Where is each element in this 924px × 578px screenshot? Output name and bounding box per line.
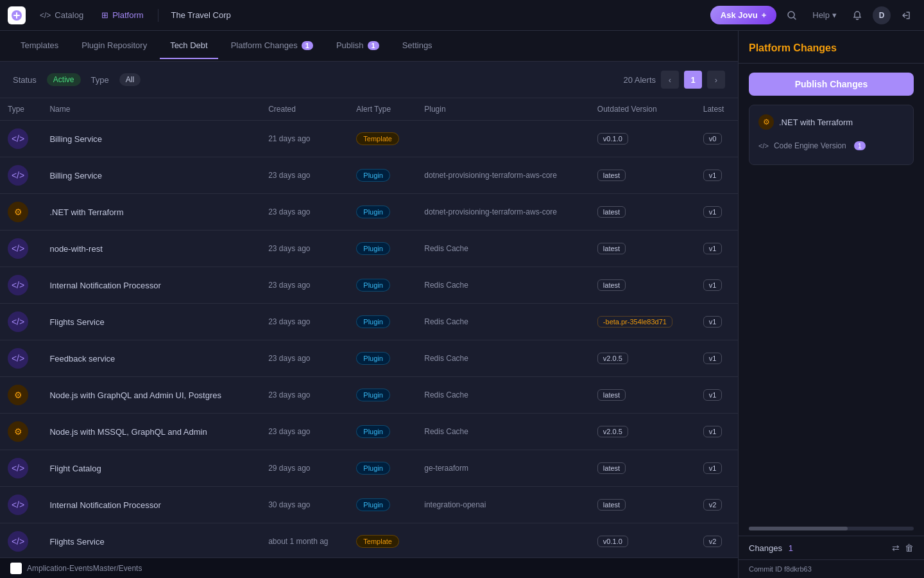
type-icon: </> — [8, 165, 28, 186]
type-label: Type — [91, 75, 109, 85]
amplication-logo — [10, 563, 22, 574]
tab-publish[interactable]: Publish 1 — [326, 33, 389, 59]
col-type: Type — [0, 98, 42, 121]
type-icon: </> — [8, 531, 28, 552]
plugin-cell: ge-teraaform — [416, 450, 590, 487]
alert-type-badge: Plugin — [356, 389, 390, 401]
name-cell: .NET with Terraform — [42, 194, 261, 231]
plugin-cell: Redis Cache — [416, 414, 590, 450]
table-row[interactable]: ⚙Node.js with MSSQL, GraphQL and Admin23… — [0, 414, 738, 450]
tab-settings[interactable]: Settings — [392, 33, 443, 59]
table-row[interactable]: </>node-with-rest23 days agoPluginRedis … — [0, 231, 738, 267]
delete-icon[interactable]: 🗑 — [905, 543, 914, 553]
outdated-version-badge: latest — [597, 206, 626, 218]
plugin-cell: Redis Cache — [416, 340, 590, 377]
name-cell: Billing Service — [42, 121, 261, 157]
status-bar: Amplication-EventsMaster/Events — [0, 557, 738, 578]
name-cell: Node.js with GraphQL and Admin UI, Postg… — [42, 377, 261, 414]
panel-footer-actions: ⇄ 🗑 — [892, 543, 914, 553]
logo[interactable] — [8, 6, 26, 24]
panel-item-name: .NET with Terraform — [779, 118, 853, 127]
outdated-version-badge: latest — [597, 279, 626, 291]
alerts-table: Type Name Created Alert Type Plugin Outd… — [0, 98, 738, 557]
table-row[interactable]: </>Flights Serviceabout 1 month agTempla… — [0, 523, 738, 558]
catalog-label: Catalog — [55, 10, 83, 20]
outdated-version-badge: v2.0.5 — [597, 353, 628, 364]
col-created: Created — [261, 98, 348, 121]
table-row[interactable]: ⚙.NET with Terraform23 days agoPlugindot… — [0, 194, 738, 231]
created-cell: 23 days ago — [261, 414, 348, 450]
help-button[interactable]: Help ▾ — [807, 7, 842, 23]
sync-icon[interactable]: ⇄ — [892, 543, 900, 553]
col-plugin: Plugin — [416, 98, 590, 121]
outdated-version-badge: v0.1.0 — [597, 133, 628, 144]
tab-templates[interactable]: Templates — [10, 33, 69, 59]
platform-label: Platform — [112, 10, 143, 20]
outdated-version-badge: v2.0.5 — [597, 426, 628, 437]
grid-icon: ⊞ — [101, 10, 108, 20]
panel-item: ⚙ .NET with Terraform </> Code Engine Ve… — [749, 105, 914, 165]
outdated-version-badge: -beta.pr-354le83d71 — [597, 316, 672, 328]
outdated-version-badge: latest — [597, 499, 626, 511]
status-value[interactable]: Active — [47, 73, 81, 86]
name-cell: Flights Service — [42, 523, 261, 558]
col-outdated: Outdated Version — [590, 98, 696, 121]
code-icon: </> — [40, 11, 51, 20]
topnav: </> Catalog ⊞ Platform The Travel Corp A… — [0, 0, 924, 31]
content-area: Templates Plugin Repository Tech Debt Pl… — [0, 31, 738, 578]
search-button[interactable] — [782, 5, 802, 26]
panel-sub-badge: 1 — [854, 141, 866, 150]
tool-icon: ⚙ — [763, 118, 770, 127]
latest-version-badge: v1 — [703, 353, 723, 364]
tab-tech-debt[interactable]: Tech Debt — [160, 33, 218, 59]
platform-nav-item[interactable]: ⊞ Platform — [95, 7, 150, 23]
logout-button[interactable] — [896, 5, 916, 26]
panel-scrollbar-area — [739, 527, 924, 530]
pagination-prev[interactable]: ‹ — [661, 71, 679, 89]
table-row[interactable]: </>Internal Notification Processor23 day… — [0, 267, 738, 304]
alerts-info: 20 Alerts ‹ 1 › — [623, 71, 725, 89]
plugin-cell: Redis Cache — [416, 231, 590, 267]
alert-type-badge: Plugin — [356, 498, 390, 511]
main-layout: Templates Plugin Repository Tech Debt Pl… — [0, 31, 924, 578]
commit-id: Commit ID f8dkrb63 — [749, 565, 812, 573]
pagination-next[interactable]: › — [707, 71, 725, 89]
type-icon: </> — [8, 458, 28, 478]
plugin-cell — [416, 121, 590, 157]
latest-version-badge: v1 — [703, 170, 723, 181]
right-panel-header: Platform Changes — [739, 31, 924, 64]
outdated-version-badge: latest — [597, 462, 626, 474]
notifications-button[interactable] — [847, 5, 868, 26]
ask-jovu-label: Ask Jovu — [721, 10, 758, 20]
latest-version-badge: v2 — [703, 536, 723, 547]
pagination-current: 1 — [684, 71, 702, 89]
ask-jovu-button[interactable]: Ask Jovu + — [710, 6, 776, 24]
plugin-cell: dotnet-provisioning-terraform-aws-core — [416, 194, 590, 231]
tab-plugin-repository[interactable]: Plugin Repository — [71, 33, 157, 59]
table-row[interactable]: </>Billing Service23 days agoPlugindotne… — [0, 157, 738, 194]
outdated-version-badge: latest — [597, 389, 626, 401]
table-row[interactable]: </>Flight Catalog29 days agoPluginge-ter… — [0, 450, 738, 487]
publish-changes-button[interactable]: Publish Changes — [749, 73, 914, 96]
table-row[interactable]: </>Flights Service23 days agoPluginRedis… — [0, 304, 738, 340]
plugin-cell: integration-openai — [416, 487, 590, 523]
panel-sub-item: </> Code Engine Version 1 — [758, 136, 904, 155]
table-row[interactable]: </>Feedback service23 days agoPluginRedi… — [0, 340, 738, 377]
created-cell: 23 days ago — [261, 194, 348, 231]
name-cell: Node.js with MSSQL, GraphQL and Admin — [42, 414, 261, 450]
latest-version-badge: v1 — [703, 426, 723, 437]
catalog-nav-item[interactable]: </> Catalog — [33, 7, 90, 23]
panel-scrollbar-thumb[interactable] — [749, 527, 848, 530]
type-value[interactable]: All — [119, 73, 141, 86]
tab-platform-changes[interactable]: Platform Changes 1 — [221, 33, 323, 59]
alert-type-badge: Plugin — [356, 279, 390, 292]
right-panel: Platform Changes Publish Changes ⚙ .NET … — [738, 31, 924, 578]
panel-footer: Changes 1 ⇄ 🗑 — [739, 536, 924, 559]
avatar[interactable]: D — [873, 6, 891, 24]
table-row[interactable]: </>Internal Notification Processor30 day… — [0, 487, 738, 523]
filters-row: Status Active Type All 20 Alerts ‹ 1 › — [0, 62, 738, 98]
table-row[interactable]: </>Billing Service21 days agoTemplatev0.… — [0, 121, 738, 157]
company-name[interactable]: The Travel Corp — [166, 10, 236, 20]
table-row[interactable]: ⚙Node.js with GraphQL and Admin UI, Post… — [0, 377, 738, 414]
alert-type-badge: Plugin — [356, 169, 390, 182]
